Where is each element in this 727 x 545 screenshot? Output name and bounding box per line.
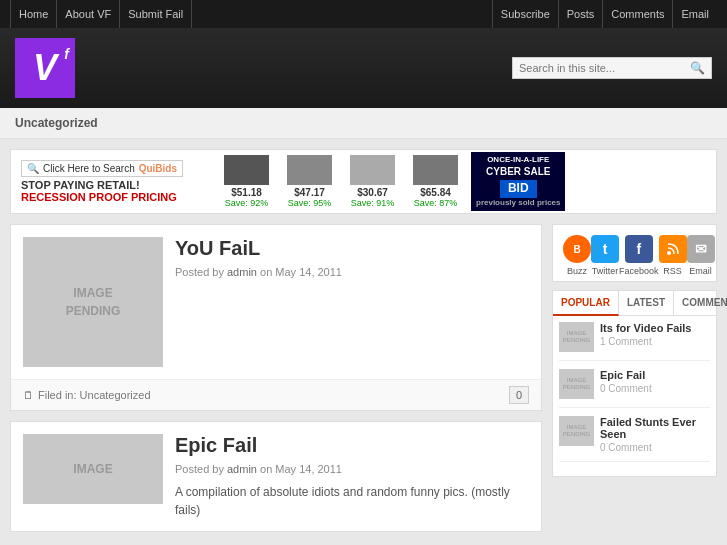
facebook-icon: f <box>625 235 653 263</box>
post-body-1: Epic Fail Posted by admin on May 14, 201… <box>175 434 529 519</box>
logo-letter: V <box>33 47 57 89</box>
ad-once-text: ONCE-IN-A-LIFE <box>476 155 560 165</box>
top-navigation: Home About VF Submit Fail Subscribe Post… <box>0 0 727 28</box>
ad-product-1: $47.17 Save: 95% <box>282 155 337 208</box>
ad-product-2: $30.67 Save: 91% <box>345 155 400 208</box>
nav-comments[interactable]: Comments <box>602 0 672 28</box>
ad-search-label: Click Here to Search <box>43 163 135 174</box>
social-twitter[interactable]: t Twitter <box>591 235 619 276</box>
ad-prev-text: previously sold prices <box>476 198 560 208</box>
sidebar-thumb-1: IMAGEPENDING <box>559 369 594 399</box>
ad-cyber-sale-text: CYBER SALE <box>476 165 560 178</box>
ad-recession-text: RECESSION PROOF PRICING <box>21 191 177 203</box>
email-icon: ✉ <box>687 235 715 263</box>
sidebar-thumb-2: IMAGEPENDING <box>559 416 594 446</box>
sidebar-post-title-1[interactable]: Epic Fail <box>600 369 652 381</box>
twitter-label: Twitter <box>592 266 619 276</box>
post-author-1[interactable]: admin <box>227 463 257 475</box>
sidebar-post-title-0[interactable]: Its for Video Fails <box>600 322 692 334</box>
social-rss[interactable]: RSS <box>659 235 687 276</box>
tabs-content: IMAGEPENDING Its for Video Fails 1 Comme… <box>553 316 716 476</box>
post-image-0: IMAGEPENDING <box>23 237 163 367</box>
ad-product-3: $65.84 Save: 87% <box>408 155 463 208</box>
search-box: 🔍 <box>512 57 712 79</box>
buzz-icon: B <box>563 235 591 263</box>
post-excerpt-1: A compilation of absolute idiots and ran… <box>175 483 529 519</box>
post-image-1: IMAGE <box>23 434 163 504</box>
post-meta-0: Posted by admin on May 14, 2011 <box>175 266 529 278</box>
post-card-0: IMAGEPENDING YoU FaiL Posted by admin on… <box>10 224 542 411</box>
site-logo: V f <box>15 38 75 98</box>
tab-comments[interactable]: COMMENTS <box>674 291 727 315</box>
ad-brand: QuiBids <box>139 163 177 174</box>
tab-latest[interactable]: LATEST <box>619 291 674 315</box>
nav-email[interactable]: Email <box>672 0 717 28</box>
social-email[interactable]: ✉ Email <box>687 235 715 276</box>
ad-banner[interactable]: 🔍 Click Here to Search QuiBids STOP PAYI… <box>10 149 717 214</box>
sidebar-post-1: IMAGEPENDING Epic Fail 0 Comment <box>559 369 710 408</box>
post-title-1: Epic Fail <box>175 434 529 457</box>
post-title-0: YoU FaiL <box>175 237 529 260</box>
nav-subscribe[interactable]: Subscribe <box>492 0 558 28</box>
post-card-1: IMAGE Epic Fail Posted by admin on May 1… <box>10 421 542 532</box>
post-footer-0: 🗒 Filed in: Uncategorized 0 <box>11 379 541 410</box>
social-icons: B Buzz t Twitter f Facebook RSS <box>552 224 717 282</box>
rss-icon <box>659 235 687 263</box>
tab-popular[interactable]: POPULAR <box>553 291 619 316</box>
nav-posts[interactable]: Posts <box>558 0 603 28</box>
ad-product-0: $51.18 Save: 92% <box>219 155 274 208</box>
sidebar-post-info-2: Failed Stunts Ever Seen 0 Comment <box>600 416 710 453</box>
sidebar-post-2: IMAGEPENDING Failed Stunts Ever Seen 0 C… <box>559 416 710 462</box>
sidebar: B Buzz t Twitter f Facebook RSS <box>552 224 717 542</box>
ad-bid-button[interactable]: BID <box>500 180 537 198</box>
comment-count-0[interactable]: 0 <box>509 386 529 404</box>
sidebar-post-comments-2: 0 Comment <box>600 442 710 453</box>
nav-submit[interactable]: Submit Fail <box>120 0 192 28</box>
facebook-label: Facebook <box>619 266 659 276</box>
sidebar-tabs: POPULAR LATEST COMMENTS TAGS IMAGEPENDIN… <box>552 290 717 477</box>
posts-column: IMAGEPENDING YoU FaiL Posted by admin on… <box>10 224 542 542</box>
sidebar-post-comments-1: 0 Comment <box>600 383 652 394</box>
sidebar-post-info-0: Its for Video Fails 1 Comment <box>600 322 692 352</box>
post-body-0: YoU FaiL Posted by admin on May 14, 2011 <box>175 237 529 367</box>
sidebar-post-title-2[interactable]: Failed Stunts Ever Seen <box>600 416 710 440</box>
rss-label: RSS <box>663 266 682 276</box>
logo-superscript: f <box>64 46 69 62</box>
nav-about[interactable]: About VF <box>57 0 120 28</box>
tabs-header: POPULAR LATEST COMMENTS TAGS <box>553 291 716 316</box>
site-header: V f 🔍 <box>0 28 727 108</box>
svg-point-0 <box>667 251 671 255</box>
social-buzz[interactable]: B Buzz <box>563 235 591 276</box>
email-label: Email <box>689 266 712 276</box>
ad-stop-text: STOP PAYING RETAIL! <box>21 179 140 191</box>
sidebar-post-info-1: Epic Fail 0 Comment <box>600 369 652 399</box>
buzz-label: Buzz <box>567 266 587 276</box>
search-input[interactable] <box>519 62 690 74</box>
ad-cyber-sale[interactable]: ONCE-IN-A-LIFE CYBER SALE BID previously… <box>471 152 565 211</box>
top-nav-left: Home About VF Submit Fail <box>10 0 192 28</box>
filed-in-label-0: 🗒 <box>23 389 34 401</box>
post-meta-1: Posted by admin on May 14, 2011 <box>175 463 529 475</box>
post-author-0[interactable]: admin <box>227 266 257 278</box>
sidebar-post-0: IMAGEPENDING Its for Video Fails 1 Comme… <box>559 322 710 361</box>
nav-home[interactable]: Home <box>10 0 57 28</box>
social-facebook[interactable]: f Facebook <box>619 235 659 276</box>
sidebar-thumb-0: IMAGEPENDING <box>559 322 594 352</box>
sidebar-post-comments-0: 1 Comment <box>600 336 692 347</box>
twitter-icon: t <box>591 235 619 263</box>
breadcrumb: Uncategorized <box>0 108 727 139</box>
search-icon[interactable]: 🔍 <box>690 61 705 75</box>
post-filed-in-0: 🗒 Filed in: Uncategorized <box>23 389 151 401</box>
top-nav-right: Subscribe Posts Comments Email <box>492 0 717 28</box>
breadcrumb-label: Uncategorized <box>15 116 98 130</box>
main-layout: IMAGEPENDING YoU FaiL Posted by admin on… <box>0 224 727 545</box>
